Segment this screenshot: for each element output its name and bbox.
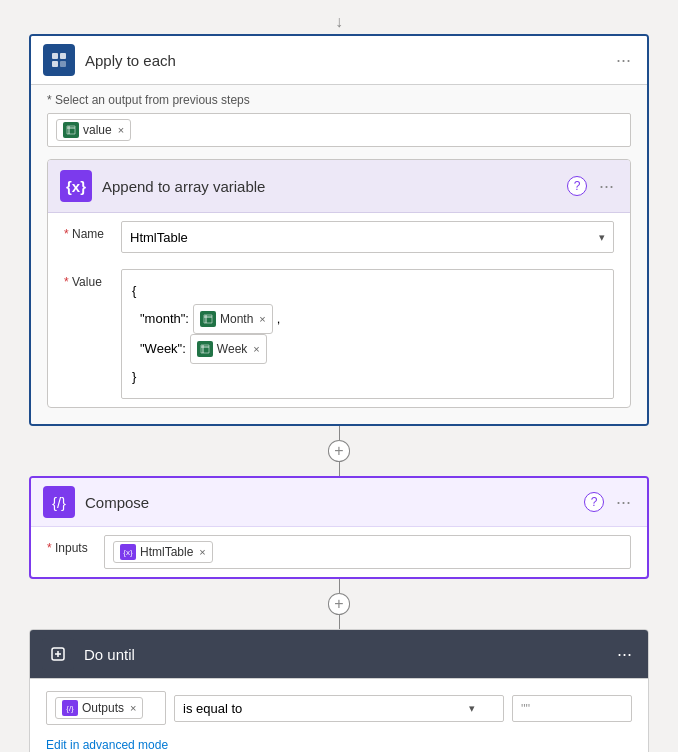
append-to-array-title: Append to array variable: [102, 178, 567, 195]
add-step-button-2[interactable]: +: [328, 593, 350, 614]
svg-rect-1: [60, 53, 66, 59]
htmltable-token-close[interactable]: ×: [199, 546, 205, 558]
svg-rect-3: [60, 61, 66, 67]
value-token-label: value: [83, 123, 112, 137]
append-to-array-header: {x} Append to array variable ? ···: [48, 160, 630, 213]
do-until-card: Do until ··· {/} Outputs × is equal to: [29, 629, 649, 752]
name-value: HtmlTable: [130, 230, 188, 245]
condition-value-input[interactable]: "": [512, 695, 632, 722]
week-line: "Week": Week ×: [132, 334, 603, 364]
add-step-button-1[interactable]: +: [328, 440, 350, 461]
connector-1: +: [328, 426, 350, 476]
connector-line-1: [339, 426, 340, 440]
operator-dropdown-icon: ▾: [469, 702, 475, 715]
value-token-icon: [63, 122, 79, 138]
apply-to-each-icon: [43, 44, 75, 76]
compose-card: {/} Compose ? ··· * Inputs {x} HtmlTable…: [29, 476, 649, 579]
value-token: value ×: [56, 119, 131, 141]
apply-to-each-header: Apply to each ···: [31, 36, 647, 85]
name-label: * Name: [64, 221, 109, 241]
close-brace-line: }: [132, 364, 603, 390]
name-dropdown-icon: ▾: [599, 231, 605, 244]
htmltable-token-label: HtmlTable: [140, 545, 193, 559]
apply-to-each-body: * Select an output from previous steps v…: [31, 85, 647, 424]
value-area[interactable]: { "month": Mont: [121, 269, 614, 399]
value-token-close[interactable]: ×: [118, 124, 124, 136]
month-token: Month ×: [193, 304, 273, 334]
compose-icon: {/}: [43, 486, 75, 518]
connector-line-2: [339, 462, 340, 476]
top-arrow: ↓: [335, 10, 343, 34]
htmltable-token: {x} HtmlTable ×: [113, 541, 213, 563]
week-token-close[interactable]: ×: [253, 338, 259, 360]
apply-to-each-card: Apply to each ··· * Select an output fro…: [29, 34, 649, 426]
connector-line-4: [339, 615, 340, 629]
open-brace-line: {: [132, 278, 603, 304]
append-to-array-card: {x} Append to array variable ? ··· * Nam…: [47, 159, 631, 408]
close-brace: }: [132, 364, 136, 390]
select-output-field[interactable]: value ×: [47, 113, 631, 147]
outputs-token-close[interactable]: ×: [130, 702, 136, 714]
value-field-row: * Value { "month":: [48, 261, 630, 407]
name-input[interactable]: HtmlTable ▾: [121, 221, 614, 253]
append-to-array-actions: ? ···: [567, 176, 618, 197]
do-until-icon: [42, 638, 74, 670]
outputs-token-label: Outputs: [82, 701, 124, 715]
month-token-icon: [200, 311, 216, 327]
month-line: "month": Month ×: [132, 304, 603, 334]
compose-header: {/} Compose ? ···: [31, 478, 647, 527]
outputs-token: {/} Outputs ×: [55, 697, 143, 719]
month-comma: ,: [277, 306, 281, 332]
htmltable-token-icon: {x}: [120, 544, 136, 560]
append-to-array-icon: {x}: [60, 170, 92, 202]
condition-value-text: "": [521, 701, 530, 716]
name-field-row: * Name HtmlTable ▾: [48, 213, 630, 261]
week-key: "Week":: [140, 336, 186, 362]
do-until-more-button[interactable]: ···: [613, 644, 636, 665]
compose-title: Compose: [85, 494, 584, 511]
outputs-token-icon: {/}: [62, 700, 78, 716]
connector-line-3: [339, 579, 340, 593]
month-token-close[interactable]: ×: [259, 308, 265, 330]
svg-rect-0: [52, 53, 58, 59]
inputs-field-row: * Inputs {x} HtmlTable ×: [31, 527, 647, 577]
condition-operator-label: is equal to: [183, 701, 242, 716]
inputs-label: * Inputs: [47, 535, 92, 555]
open-brace: {: [132, 278, 136, 304]
append-to-array-help-button[interactable]: ?: [567, 176, 587, 196]
condition-token-field[interactable]: {/} Outputs ×: [46, 691, 166, 725]
do-until-header: Do until ···: [30, 630, 648, 679]
week-token-icon: [197, 341, 213, 357]
append-to-array-more-button[interactable]: ···: [595, 176, 618, 197]
edit-advanced-link[interactable]: Edit in advanced mode: [30, 738, 184, 752]
month-token-label: Month: [220, 307, 253, 331]
compose-more-button[interactable]: ···: [612, 492, 635, 513]
week-token: Week ×: [190, 334, 267, 364]
week-token-label: Week: [217, 337, 247, 361]
compose-help-button[interactable]: ?: [584, 492, 604, 512]
apply-to-each-actions: ···: [612, 50, 635, 71]
apply-to-each-title: Apply to each: [85, 52, 612, 69]
select-output-label: * Select an output from previous steps: [47, 93, 631, 107]
inputs-field[interactable]: {x} HtmlTable ×: [104, 535, 631, 569]
do-until-title: Do until: [84, 646, 613, 663]
compose-actions: ? ···: [584, 492, 635, 513]
month-key: "month":: [140, 306, 189, 332]
do-until-actions: ···: [613, 644, 636, 665]
connector-2: +: [328, 579, 350, 629]
condition-operator-select[interactable]: is equal to ▾: [174, 695, 504, 722]
value-label: * Value: [64, 269, 109, 289]
apply-to-each-more-button[interactable]: ···: [612, 50, 635, 71]
svg-rect-2: [52, 61, 58, 67]
condition-row: {/} Outputs × is equal to ▾ "": [30, 679, 648, 737]
